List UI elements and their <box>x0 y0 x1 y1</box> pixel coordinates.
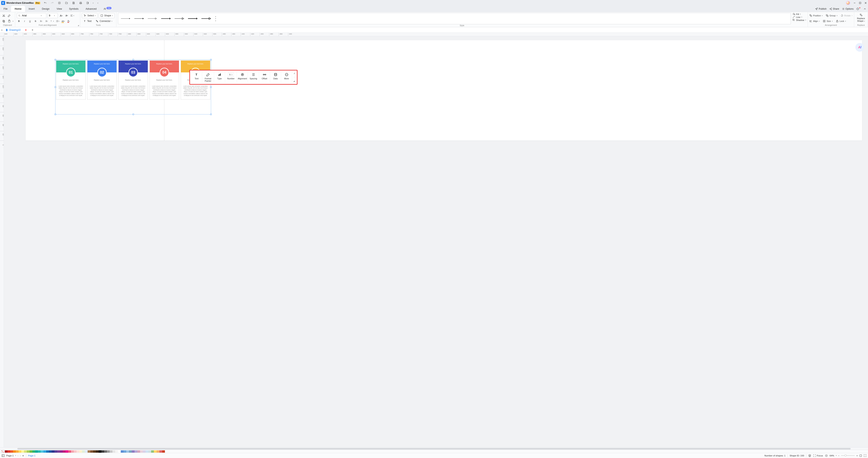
color-swatch[interactable] <box>88 450 90 453</box>
select-tool[interactable]: Select▾ <box>82 13 97 18</box>
arrow-style-gallery[interactable]: ▴▾▾ <box>118 13 791 24</box>
color-swatch[interactable] <box>63 450 65 453</box>
tab-home[interactable]: Home <box>11 6 25 12</box>
subscript-icon[interactable]: X2 <box>44 19 49 23</box>
arrow-style-4[interactable] <box>161 18 170 20</box>
step-down-icon[interactable]: ▼ <box>231 74 232 76</box>
tab-ai[interactable]: AIhot <box>100 6 115 12</box>
collapse-ribbon-icon[interactable] <box>864 8 866 10</box>
open-icon[interactable] <box>64 1 69 5</box>
tab-advanced[interactable]: Advanced <box>82 6 100 12</box>
handle-icon[interactable] <box>210 114 212 115</box>
color-swatch[interactable] <box>85 450 88 453</box>
ctx-text[interactable]: T Text <box>191 72 202 83</box>
page-surface[interactable]: Replace your text here.01Replace your te… <box>26 40 862 141</box>
arrow-style-2[interactable] <box>134 18 144 20</box>
copy-icon[interactable] <box>2 19 6 23</box>
color-swatch[interactable] <box>55 450 57 453</box>
document-tab[interactable]: Drawing10 <box>4 29 28 31</box>
color-swatch[interactable] <box>16 450 19 453</box>
color-swatch[interactable] <box>132 450 134 453</box>
color-swatch[interactable] <box>7 450 10 453</box>
cut-icon[interactable] <box>2 13 6 18</box>
font-family-input[interactable] <box>22 14 40 17</box>
handle-icon[interactable] <box>55 86 56 88</box>
color-swatch[interactable] <box>74 450 76 453</box>
info-card[interactable]: Replace your text here.04Replace your te… <box>150 60 179 99</box>
color-swatch[interactable] <box>35 450 38 453</box>
text-tool[interactable]: TText <box>82 19 93 24</box>
avatar-icon[interactable] <box>846 1 850 5</box>
page-layout-icon[interactable] <box>2 454 5 457</box>
minimize-icon[interactable] <box>854 2 856 4</box>
number-stepper[interactable]: 5▲▼ <box>228 72 234 77</box>
fill-button[interactable]: Fill▾ <box>793 13 806 16</box>
font-color-icon[interactable]: A▾ <box>66 19 71 23</box>
paste-icon[interactable] <box>7 19 11 23</box>
color-swatch[interactable] <box>99 450 101 453</box>
color-swatch[interactable] <box>104 450 107 453</box>
color-swatch[interactable] <box>157 450 159 453</box>
color-swatch[interactable] <box>43 450 46 453</box>
ctx-format-painter[interactable]: Format Painter <box>202 72 214 83</box>
tab-insert[interactable]: Insert <box>25 6 38 12</box>
color-swatch[interactable] <box>21 450 24 453</box>
bullet-list-icon[interactable]: ▾ <box>56 19 60 23</box>
shadow-button[interactable]: Shadow▾ <box>793 19 806 21</box>
publish-button[interactable]: Publish <box>815 7 826 10</box>
arrow-style-3[interactable] <box>147 18 157 20</box>
save-icon[interactable] <box>71 1 76 5</box>
color-swatch[interactable] <box>154 450 157 453</box>
color-swatch[interactable] <box>30 450 32 453</box>
ctx-alignment[interactable]: Alignment <box>237 72 248 83</box>
color-swatch[interactable] <box>126 450 129 453</box>
zoom-in-icon[interactable]: + <box>856 454 858 457</box>
color-swatch[interactable] <box>13 450 16 453</box>
infographic-cards[interactable]: Replace your text here.01Replace your te… <box>56 60 210 99</box>
color-swatch[interactable] <box>52 450 55 453</box>
color-swatch[interactable] <box>82 450 85 453</box>
expand-icon[interactable]: ◢ <box>78 25 79 26</box>
help-icon[interactable]: ? <box>856 7 861 10</box>
connector-tool[interactable]: Connector▾ <box>94 19 114 24</box>
handle-icon[interactable] <box>132 59 134 60</box>
zoom-value[interactable]: 64% <box>830 454 834 457</box>
arrow-style-1[interactable] <box>121 18 130 20</box>
info-card[interactable]: Replace your text here.01Replace your te… <box>56 60 86 99</box>
layers-icon[interactable] <box>808 454 811 457</box>
no-fill-swatch[interactable] <box>1 450 4 453</box>
tabs-overflow-icon[interactable]: » <box>1 29 3 31</box>
page-tab[interactable]: Page-1 <box>28 454 35 457</box>
color-swatch[interactable] <box>148 450 151 453</box>
prev-page-icon[interactable]: ‹ <box>18 454 18 457</box>
handle-icon[interactable] <box>210 59 212 60</box>
replace-shape-icon[interactable] <box>859 13 863 17</box>
add-page-icon[interactable]: + <box>22 454 24 457</box>
color-swatch[interactable] <box>38 450 41 453</box>
fullscreen-icon[interactable] <box>864 454 866 457</box>
ctx-number[interactable]: 5▲▼ Number <box>225 72 237 83</box>
arrow-style-6[interactable] <box>188 18 197 20</box>
close-icon[interactable] <box>864 2 867 4</box>
color-swatch[interactable] <box>76 450 79 453</box>
share-button[interactable]: Share <box>829 7 839 10</box>
color-swatch[interactable] <box>101 450 104 453</box>
undo-icon[interactable] <box>43 1 48 5</box>
ctx-type[interactable]: Type <box>214 72 225 83</box>
paste-dropdown-icon[interactable]: ▾ <box>12 20 13 22</box>
new-tab-icon[interactable]: + <box>32 28 33 32</box>
color-swatch[interactable] <box>140 450 143 453</box>
font-size-input[interactable] <box>49 14 54 17</box>
bold-icon[interactable]: B <box>17 19 21 23</box>
color-swatch[interactable] <box>41 450 43 453</box>
tab-symbols[interactable]: Symbols <box>65 6 82 12</box>
paragraph-align-icon[interactable]: ▾ <box>70 13 74 18</box>
color-swatch[interactable] <box>10 450 13 453</box>
tab-file[interactable]: File <box>0 6 11 12</box>
handle-icon[interactable] <box>55 59 56 60</box>
tab-view[interactable]: View <box>53 6 65 12</box>
color-swatch[interactable] <box>49 450 52 453</box>
arrow-style-5[interactable] <box>174 18 184 20</box>
handle-icon[interactable] <box>132 114 134 115</box>
decrease-font-icon[interactable]: A▾ <box>64 13 69 18</box>
